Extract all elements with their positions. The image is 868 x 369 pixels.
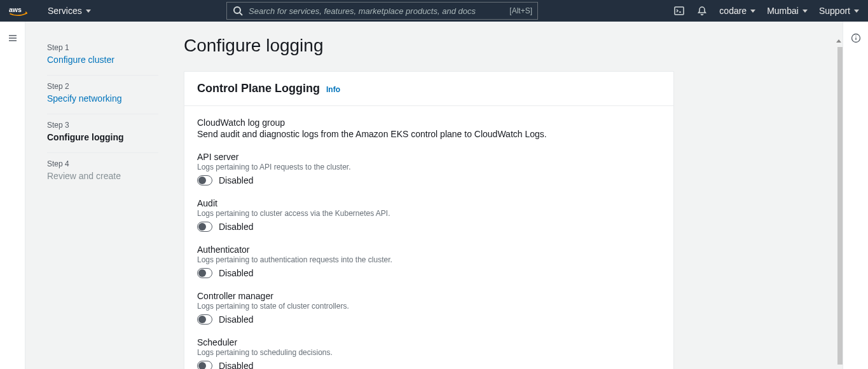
help-info-icon[interactable] (851, 33, 861, 45)
toggle-switch[interactable] (197, 314, 212, 325)
region-menu[interactable]: Mumbai (767, 0, 808, 22)
toggle-label: Authenticator (197, 245, 661, 255)
search-icon (232, 5, 244, 17)
toggle-audit: Audit Logs pertaining to cluster access … (197, 198, 661, 232)
aws-logo[interactable]: aws (9, 0, 38, 22)
toggle-label: API server (197, 152, 661, 162)
section-desc: Send audit and diagnostic logs from the … (197, 129, 661, 139)
toggle-api-server: API server Logs pertaining to API reques… (197, 152, 661, 185)
svg-point-9 (855, 36, 856, 36)
svg-text:aws: aws (9, 6, 22, 13)
section-label: CloudWatch log group (197, 117, 661, 128)
right-rail (843, 22, 868, 369)
main-inner: Step 1 Configure cluster Step 2 Specify … (25, 22, 699, 369)
support-menu[interactable]: Support (819, 0, 859, 22)
support-label: Support (819, 6, 850, 16)
toggle-switch[interactable] (197, 268, 212, 278)
body: Step 1 Configure cluster Step 2 Specify … (0, 22, 868, 369)
step-number: Step 2 (47, 82, 158, 91)
step-number: Step 1 (47, 43, 158, 52)
search-container: [Alt+S] (226, 2, 538, 20)
scroll-up-icon[interactable] (836, 39, 841, 43)
toggle-controller-manager: Controller manager Logs pertaining to st… (197, 291, 661, 325)
left-rail (0, 22, 25, 369)
wizard-step-3[interactable]: Step 3 Configure logging (47, 114, 158, 153)
hamburger-icon[interactable] (8, 33, 18, 45)
caret-down-icon (803, 10, 808, 13)
services-menu[interactable]: Services (48, 0, 91, 22)
region-name: Mumbai (767, 6, 799, 16)
caret-down-icon (750, 10, 755, 13)
scrollbar-thumb[interactable] (837, 47, 843, 365)
step-title: Configure cluster (47, 55, 158, 65)
toggle-desc: Logs pertaining to API requests to the c… (197, 163, 661, 171)
services-label: Services (48, 6, 82, 16)
toggle-desc: Logs pertaining to scheduling decisions. (197, 348, 661, 357)
main-scroll[interactable]: Step 1 Configure cluster Step 2 Specify … (25, 22, 843, 369)
step-number: Step 4 (47, 159, 158, 168)
wizard-step-2[interactable]: Step 2 Specify networking (47, 76, 158, 114)
toggle-switch[interactable] (197, 222, 212, 232)
account-name: codare (719, 6, 747, 16)
content: Configure logging Control Plane Logging … (184, 36, 674, 369)
toggle-desc: Logs pertaining to state of cluster cont… (197, 302, 661, 311)
caret-down-icon (86, 10, 91, 13)
toggle-state: Disabled (219, 314, 253, 325)
toggle-state: Disabled (219, 361, 253, 369)
svg-point-1 (234, 7, 240, 13)
account-menu[interactable]: codare (719, 0, 755, 22)
caret-down-icon (854, 10, 859, 13)
notifications-icon[interactable] (696, 5, 708, 17)
cloudshell-icon[interactable] (673, 5, 685, 17)
toggle-desc: Logs pertaining to authentication reques… (197, 255, 661, 264)
global-search[interactable]: [Alt+S] (226, 2, 538, 20)
step-title: Review and create (47, 171, 158, 181)
step-title: Specify networking (47, 93, 158, 104)
toggle-label: Audit (197, 198, 661, 208)
panel-header: Control Plane Logging Info (184, 72, 673, 106)
toggle-state: Disabled (219, 222, 253, 232)
wizard-step-4: Step 4 Review and create (47, 153, 158, 191)
svg-line-2 (240, 13, 242, 15)
toggle-scheduler: Scheduler Logs pertaining to scheduling … (197, 337, 661, 369)
svg-rect-3 (675, 7, 684, 15)
control-plane-logging-panel: Control Plane Logging Info CloudWatch lo… (184, 71, 674, 369)
step-title: Configure logging (47, 132, 158, 142)
panel-title: Control Plane Logging (197, 82, 320, 95)
step-number: Step 3 (47, 121, 158, 130)
toggle-state: Disabled (219, 175, 253, 185)
toggle-label: Scheduler (197, 337, 661, 347)
top-navigation: aws Services [Alt+S] (0, 0, 868, 22)
toggle-desc: Logs pertaining to cluster access via th… (197, 209, 661, 218)
search-input[interactable] (249, 6, 504, 16)
toggle-authenticator: Authenticator Logs pertaining to authent… (197, 245, 661, 278)
toggle-switch[interactable] (197, 361, 212, 369)
search-shortcut: [Alt+S] (509, 6, 532, 15)
topnav-right: codare Mumbai Support (673, 0, 859, 22)
toggle-label: Controller manager (197, 291, 661, 301)
page-title: Configure logging (184, 36, 674, 56)
toggle-switch[interactable] (197, 175, 212, 185)
panel-body: CloudWatch log group Send audit and diag… (184, 106, 673, 369)
wizard-steps: Step 1 Configure cluster Step 2 Specify … (47, 36, 158, 369)
wizard-step-1[interactable]: Step 1 Configure cluster (47, 37, 158, 76)
toggle-state: Disabled (219, 268, 253, 278)
info-link[interactable]: Info (326, 85, 340, 94)
